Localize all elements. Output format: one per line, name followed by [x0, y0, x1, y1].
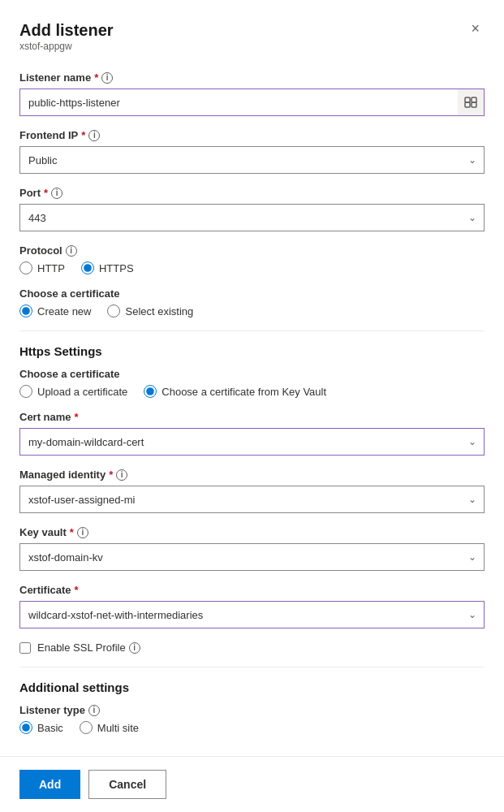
choose-certificate-label: Choose a certificate	[19, 287, 485, 300]
port-select-wrapper: 443 80 ⌄	[19, 204, 485, 231]
panel-title-group: Add listener xstof-appgw	[19, 19, 114, 68]
listener-type-field: Listener type i Basic Multi site	[19, 704, 485, 734]
svg-rect-0	[465, 97, 470, 102]
listener-type-multisite-option[interactable]: Multi site	[80, 721, 139, 734]
key-vault-select-wrapper: xstof-domain-kv ⌄	[19, 543, 485, 571]
protocol-info-icon[interactable]: i	[66, 245, 77, 257]
certificate-select-wrapper: wildcard-xstof-net-with-intermediaries ⌄	[19, 601, 485, 628]
divider-2	[19, 667, 485, 667]
port-select[interactable]: 443 80	[19, 204, 485, 231]
frontend-ip-field: Frontend IP * i Public Private ⌄	[19, 129, 485, 174]
cert-create-new-label: Create new	[37, 305, 91, 317]
port-info-icon[interactable]: i	[51, 188, 62, 199]
listener-type-basic-option[interactable]: Basic	[19, 721, 63, 734]
panel-subtitle: xstof-appgw	[19, 41, 114, 52]
protocol-label: Protocol i	[19, 244, 485, 257]
cert-create-new-radio[interactable]	[19, 304, 32, 317]
listener-name-input-wrapper	[19, 89, 485, 116]
panel-title: Add listener	[19, 19, 114, 41]
cert-name-label: Cert name *	[19, 411, 485, 423]
additional-settings-section: Additional settings Listener type i Basi…	[19, 680, 485, 734]
listener-type-multisite-radio[interactable]	[80, 721, 93, 734]
protocol-https-radio[interactable]	[81, 261, 94, 274]
svg-rect-2	[465, 102, 470, 107]
cert-select-existing-option[interactable]: Select existing	[107, 304, 193, 317]
managed-identity-select-wrapper: xstof-user-assigned-mi ⌄	[19, 486, 485, 513]
listener-type-radio-group: Basic Multi site	[19, 721, 485, 734]
port-required: *	[44, 187, 48, 199]
cert-keyvault-radio[interactable]	[144, 385, 157, 398]
panel-header: Add listener xstof-appgw ×	[19, 19, 485, 68]
listener-name-label: Listener name * i	[19, 71, 485, 84]
svg-rect-3	[472, 102, 476, 107]
cert-select-existing-radio[interactable]	[107, 304, 120, 317]
cert-name-field: Cert name * my-domain-wildcard-cert ⌄	[19, 411, 485, 456]
svg-rect-1	[472, 97, 476, 102]
ssl-profile-info-icon[interactable]: i	[129, 642, 140, 654]
ssl-profile-field: Enable SSL Profile i	[19, 641, 485, 654]
additional-settings-title: Additional settings	[19, 680, 485, 694]
protocol-http-radio[interactable]	[19, 261, 32, 274]
choose-certificate-field: Choose a certificate Create new Select e…	[19, 287, 485, 317]
listener-type-info-icon[interactable]: i	[88, 705, 100, 716]
managed-identity-field: Managed identity * i xstof-user-assigned…	[19, 469, 485, 513]
cancel-button[interactable]: Cancel	[88, 770, 166, 799]
cert-upload-label: Upload a certificate	[37, 386, 127, 398]
listener-name-action-icon[interactable]	[458, 89, 484, 115]
listener-name-field: Listener name * i	[19, 71, 485, 116]
protocol-https-label: HTTPS	[99, 262, 134, 274]
frontend-ip-label: Frontend IP * i	[19, 129, 485, 141]
key-vault-required: *	[70, 526, 74, 538]
cert-source-radio-group: Upload a certificate Choose a certificat…	[19, 385, 485, 398]
choose-certificate-radio-group: Create new Select existing	[19, 304, 485, 317]
certificate-field: Certificate * wildcard-xstof-net-with-in…	[19, 584, 485, 628]
certificate-select[interactable]: wildcard-xstof-net-with-intermediaries	[19, 601, 485, 628]
listener-type-basic-label: Basic	[37, 722, 63, 734]
https-settings-section: Https Settings Choose a certificate Uplo…	[19, 344, 485, 654]
key-vault-label: Key vault * i	[19, 526, 485, 538]
cert-keyvault-label: Choose a certificate from Key Vault	[162, 386, 326, 398]
cert-name-select-wrapper: my-domain-wildcard-cert ⌄	[19, 428, 485, 456]
listener-type-multisite-label: Multi site	[97, 722, 139, 734]
frontend-ip-info-icon[interactable]: i	[88, 130, 100, 141]
cert-create-new-option[interactable]: Create new	[19, 304, 91, 317]
protocol-field: Protocol i HTTP HTTPS	[19, 244, 485, 274]
cert-source-field: Choose a certificate Upload a certificat…	[19, 368, 485, 398]
managed-identity-select[interactable]: xstof-user-assigned-mi	[19, 486, 485, 513]
divider-1	[19, 330, 485, 331]
certificate-required: *	[75, 584, 79, 596]
port-label: Port * i	[19, 187, 485, 199]
cert-name-select[interactable]: my-domain-wildcard-cert	[19, 428, 485, 456]
ssl-profile-label: Enable SSL Profile i	[37, 641, 140, 654]
add-button[interactable]: Add	[19, 770, 80, 799]
cert-upload-option[interactable]: Upload a certificate	[19, 385, 127, 398]
key-vault-select[interactable]: xstof-domain-kv	[19, 543, 485, 571]
add-listener-panel: Add listener xstof-appgw × Listener name…	[0, 0, 504, 812]
close-button[interactable]: ×	[466, 19, 485, 37]
managed-identity-required: *	[109, 469, 113, 481]
ssl-profile-checkbox[interactable]	[19, 642, 31, 654]
listener-name-info-icon[interactable]: i	[101, 72, 113, 84]
listener-type-label: Listener type i	[19, 704, 485, 716]
frontend-ip-required: *	[81, 129, 85, 141]
certificate-label: Certificate *	[19, 584, 485, 596]
key-vault-field: Key vault * i xstof-domain-kv ⌄	[19, 526, 485, 571]
protocol-https-option[interactable]: HTTPS	[81, 261, 134, 274]
listener-name-required: *	[94, 71, 98, 84]
listener-name-input[interactable]	[19, 89, 485, 116]
protocol-http-option[interactable]: HTTP	[19, 261, 65, 274]
frontend-ip-select[interactable]: Public Private	[19, 146, 485, 174]
protocol-radio-group: HTTP HTTPS	[19, 261, 485, 274]
cert-keyvault-option[interactable]: Choose a certificate from Key Vault	[144, 385, 326, 398]
frontend-ip-select-wrapper: Public Private ⌄	[19, 146, 485, 174]
cert-name-required: *	[75, 411, 79, 423]
https-settings-title: Https Settings	[19, 344, 485, 358]
key-vault-info-icon[interactable]: i	[77, 527, 88, 538]
cert-select-existing-label: Select existing	[125, 305, 193, 317]
protocol-http-label: HTTP	[37, 262, 65, 274]
cert-upload-radio[interactable]	[19, 385, 32, 398]
port-field: Port * i 443 80 ⌄	[19, 187, 485, 231]
listener-type-basic-radio[interactable]	[19, 721, 32, 734]
managed-identity-info-icon[interactable]: i	[116, 469, 127, 481]
cert-source-label: Choose a certificate	[19, 368, 485, 380]
